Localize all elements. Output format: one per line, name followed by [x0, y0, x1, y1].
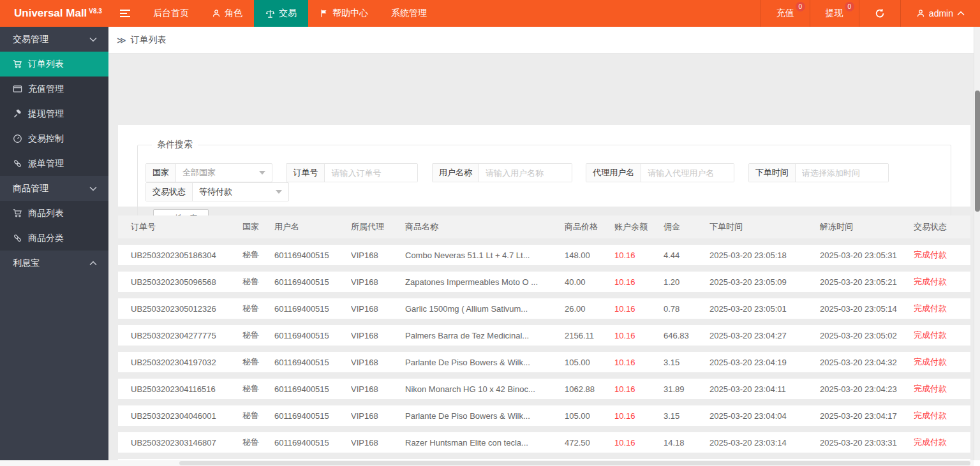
sidebar-item-label: 交易控制	[28, 133, 64, 145]
withdraw-button[interactable]: 提现 0	[810, 0, 859, 27]
table-row[interactable]: UB2503202305096568 秘鲁 601169400515 VIP16…	[118, 272, 970, 292]
header-right: 充值 0 提现 0 admin	[761, 0, 980, 27]
cell-commission: 0.78	[664, 304, 709, 314]
sidebar-group-product-management[interactable]: 商品管理	[0, 176, 108, 201]
sidebar-item-label: 商品列表	[28, 208, 64, 219]
country-label: 国家	[146, 164, 176, 182]
chevron-down-icon	[89, 186, 97, 191]
sidebar-group-trade-management[interactable]: 交易管理	[0, 27, 108, 52]
column-header: 商品价格	[565, 221, 614, 233]
order-time-input[interactable]	[796, 164, 888, 182]
chevron-up-icon	[957, 11, 965, 16]
cell-price: 472.50	[565, 438, 614, 448]
cell-unfreeze-time: 2025-03-20 23:05:21	[820, 277, 914, 287]
cart-icon	[13, 59, 22, 69]
cell-username: 601169400515	[274, 331, 351, 340]
recharge-button[interactable]: 充值 0	[761, 0, 810, 27]
top-nav: 后台首页 角色 交易 帮助中心 系统管理	[142, 0, 438, 27]
cell-agent: VIP168	[351, 411, 405, 421]
cell-balance: 10.16	[614, 384, 664, 394]
cell-product-name: Palmers Barra de Tez Medicinal...	[405, 331, 565, 340]
table-row[interactable]: UB2503202305186304 秘鲁 601169400515 VIP16…	[118, 245, 970, 265]
cell-country: 秘鲁	[242, 249, 274, 261]
cell-commission: 1.20	[664, 277, 709, 287]
status-select[interactable]: 等待付款	[193, 183, 288, 201]
nav-label: 后台首页	[153, 8, 189, 19]
country-filter: 国家 全部国家	[145, 163, 272, 182]
column-header: 所属代理	[351, 221, 405, 233]
order-no-input[interactable]	[325, 164, 417, 182]
sidebar-group-interest-treasure[interactable]: 利息宝	[0, 251, 108, 275]
sidebar: 交易管理 订单列表 充值管理 提现管理 交易控制 派单管理 商品管理 商品列表 …	[0, 27, 108, 460]
cell-commission: 3.15	[664, 358, 709, 367]
username-filter: 用户名称	[432, 163, 572, 182]
order-no-label: 订单号	[286, 164, 325, 182]
cart-icon	[13, 208, 22, 218]
cell-username: 601169400515	[274, 384, 351, 394]
brand-name: Universal Mall	[14, 7, 87, 20]
order-no-filter: 订单号	[286, 163, 418, 182]
cell-balance: 10.16	[614, 438, 664, 448]
sidebar-item-recharge-management[interactable]: 充值管理	[0, 76, 108, 101]
cell-balance: 10.16	[614, 277, 664, 287]
cell-order-time: 2025-03-20 23:04:11	[709, 384, 820, 394]
cell-commission: 31.89	[664, 384, 709, 394]
table-row[interactable]: UB2503202304046001 秘鲁 601169400515 VIP16…	[118, 405, 970, 426]
brand-logo[interactable]: Universal MallV8.3	[0, 0, 108, 27]
cell-balance: 10.16	[614, 304, 664, 314]
orders-table: 订单号 国家 用户名 所属代理 商品名称 商品价格 账户余额 佣金 下单时间 解…	[118, 215, 970, 460]
status-value: 等待付款	[199, 186, 232, 198]
refresh-button[interactable]	[859, 0, 900, 27]
order-time-label: 下单时间	[749, 164, 796, 182]
column-header: 账户余额	[614, 221, 664, 233]
order-time-filter: 下单时间	[748, 163, 889, 182]
table-row[interactable]: UB2503202303146807 秘鲁 601169400515 VIP16…	[118, 432, 970, 453]
column-header: 订单号	[131, 221, 242, 233]
cell-balance: 10.16	[614, 358, 664, 367]
cell-order-no: UB2503202304197032	[131, 358, 242, 367]
cell-balance: 10.16	[614, 411, 664, 421]
hamburger-menu-icon[interactable]	[108, 0, 142, 27]
link-icon	[13, 159, 22, 168]
horizontal-scrollbar-thumb[interactable]	[179, 461, 970, 465]
caret-down-icon	[259, 171, 265, 175]
column-header: 解冻时间	[820, 221, 914, 233]
nav-item-trade[interactable]: 交易	[254, 0, 308, 27]
nav-item-roles[interactable]: 角色	[200, 0, 254, 27]
sidebar-item-product-list[interactable]: 商品列表	[0, 201, 108, 226]
sidebar-item-order-list[interactable]: 订单列表	[0, 52, 108, 76]
country-select[interactable]: 全部国家	[176, 164, 272, 182]
chevron-down-icon	[89, 37, 97, 42]
nav-item-help-center[interactable]: 帮助中心	[308, 0, 380, 27]
cell-username: 601169400515	[274, 438, 351, 448]
breadcrumb: ≫ 订单列表	[108, 27, 974, 54]
cell-order-time: 2025-03-20 23:04:04	[709, 411, 820, 421]
table-row[interactable]: UB2503202304197032 秘鲁 601169400515 VIP16…	[118, 352, 970, 372]
cell-balance: 10.16	[614, 331, 664, 340]
agent-label: 代理用户名	[586, 164, 641, 182]
username-input[interactable]	[479, 164, 572, 182]
cell-product-name: Nikon Monarch HG 10 x 42 Binoc...	[405, 384, 565, 394]
breadcrumb-label: 订单列表	[131, 34, 167, 46]
vertical-scrollbar-thumb[interactable]	[975, 91, 980, 212]
cell-product-name: Zapatones Impermeables Moto O ...	[405, 277, 565, 287]
username-label: 用户名称	[433, 164, 479, 182]
sidebar-item-trade-control[interactable]: 交易控制	[0, 126, 108, 151]
nav-item-dashboard[interactable]: 后台首页	[142, 0, 200, 27]
sidebar-item-withdraw-management[interactable]: 提现管理	[0, 101, 108, 126]
nav-item-system[interactable]: 系统管理	[380, 0, 438, 27]
sidebar-group-label: 商品管理	[13, 183, 48, 194]
table-row[interactable]: UB2503202304277775 秘鲁 601169400515 VIP16…	[118, 325, 970, 346]
cell-price: 105.00	[565, 358, 614, 367]
agent-input[interactable]	[641, 164, 734, 182]
user-menu[interactable]: admin	[900, 0, 980, 27]
filter-row: 国家 全部国家 订单号 用户名称 代理用户名 下单时间	[145, 163, 951, 201]
sidebar-item-product-category[interactable]: 商品分类	[0, 226, 108, 251]
cell-unfreeze-time: 2025-03-20 23:05:31	[820, 251, 914, 260]
country-value: 全部国家	[182, 167, 216, 178]
table-row[interactable]: UB2503202304116516 秘鲁 601169400515 VIP16…	[118, 379, 970, 399]
sidebar-item-dispatch-management[interactable]: 派单管理	[0, 151, 108, 176]
table-row[interactable]: UB2503202305012326 秘鲁 601169400515 VIP16…	[118, 298, 970, 319]
cell-status: 完成付款	[914, 356, 970, 368]
cell-unfreeze-time: 2025-03-20 23:04:32	[820, 358, 914, 367]
